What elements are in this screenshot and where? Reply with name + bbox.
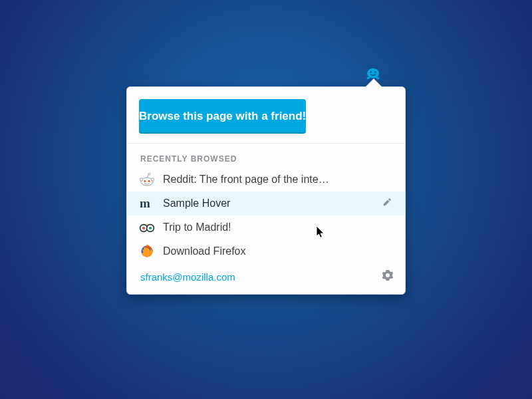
list-item-title: Download Firefox (163, 245, 382, 257)
firefox-icon (139, 244, 155, 259)
svg-point-1 (370, 71, 372, 73)
svg-point-6 (144, 180, 146, 182)
list-item-title: Trip to Madrid! (163, 221, 382, 233)
reddit-icon (139, 172, 155, 187)
list-item-title: Reddit: The front page of the inte… (163, 174, 382, 186)
recently-browsed-section: RECENTLY BROWSED (127, 144, 405, 266)
browse-together-popover: Browse this page with a friend! RECENTLY… (126, 86, 406, 295)
svg-point-2 (374, 71, 376, 73)
list-item[interactable]: Reddit: The front page of the inte… (127, 168, 405, 192)
svg-point-5 (152, 178, 154, 181)
pencil-icon[interactable] (382, 198, 396, 209)
recently-browsed-header: RECENTLY BROWSED (127, 152, 405, 168)
svg-point-0 (367, 68, 379, 78)
list-item[interactable]: Download Firefox (127, 239, 405, 263)
list-item[interactable]: Trip to Madrid! (127, 215, 405, 239)
svg-point-8 (148, 173, 150, 175)
browse-with-friend-button[interactable]: Browse this page with a friend! (139, 99, 306, 134)
recently-browsed-list: Reddit: The front page of the inte… m Sa… (127, 168, 405, 263)
svg-point-13 (149, 227, 152, 229)
list-item[interactable]: m Sample Hover (127, 192, 405, 215)
popover-footer: sfranks@mozilla.com (127, 266, 405, 294)
svg-point-4 (140, 178, 143, 181)
gear-icon[interactable] (382, 270, 393, 283)
app-background: Browse this page with a friend! RECENTLY… (0, 0, 532, 399)
svg-point-12 (142, 227, 145, 229)
account-email-link[interactable]: sfranks@mozilla.com (140, 271, 235, 283)
svg-point-7 (148, 180, 150, 182)
list-item-title: Sample Hover (163, 198, 382, 209)
svg-text:m: m (140, 198, 150, 209)
m-icon: m (139, 196, 155, 211)
tripadvisor-icon (139, 220, 155, 235)
